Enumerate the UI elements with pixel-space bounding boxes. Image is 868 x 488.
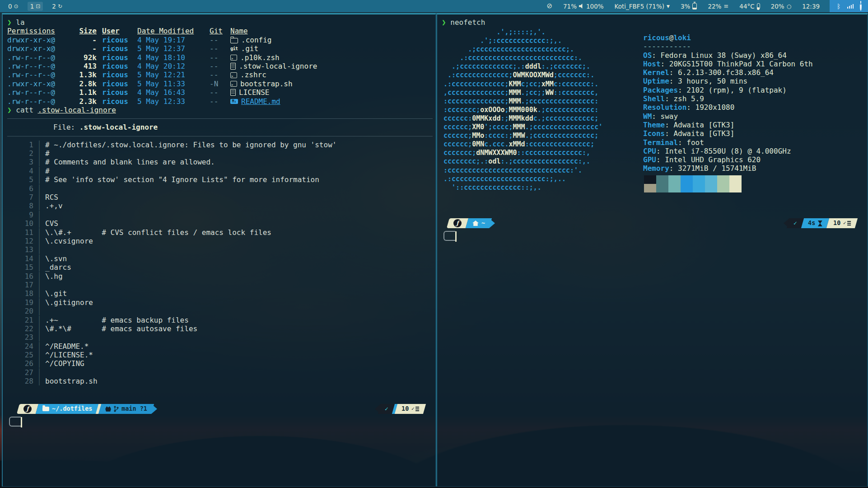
palette-swatch [681,175,693,184]
listing-header-row: PermissionsSizeUserDate ModifiedGitName [7,27,433,35]
status-module-volume[interactable]: 71%100% [563,3,604,10]
cell-user: ricous [102,62,132,70]
terminal-window-left[interactable]: ❯ la PermissionsSizeUserDate ModifiedGit… [2,13,436,487]
ascii-line: cccccc;MMo:cccc:;MMW.;ccccccccccccccc; [443,131,602,140]
line-text [45,368,433,377]
info-separator: : [652,51,660,60]
neofetch-title: ricous@loki [643,33,813,42]
palette-swatch [668,184,681,192]
info-value: Intel UHD Graphics 620 [665,155,761,164]
info-value: Fedora Linux 38 (Sway) x86_64 [661,51,787,60]
status-module-battery[interactable]: 3% [681,3,697,10]
ascii-line: ,cccccccccccccc;MMM.;cc;;WW::cccccccc, [443,89,602,97]
line-text: \#.*\# # emacs autosave files [45,324,433,333]
cell-date: 5 May 12:37 [137,44,204,53]
shell-icon [230,81,237,87]
info-label: OS [643,51,652,60]
status-module-memory[interactable]: 22%≡ [708,3,728,10]
cell-size: 1.1k [76,88,97,97]
todo-list-icon: ✓ [843,219,851,227]
file-line: 2│# [7,149,433,158]
line-text: .+~ # emacs backup files [45,316,433,324]
sway-status-bar: 0⊙1⊡2↻ ⊘71%100%Koti_FBF5 (71%)▼3%22%≡44°… [0,0,868,12]
line-text [45,281,433,289]
file-name: bootstrap.sh [240,80,293,88]
cell-date: 4 May 20:12 [137,62,204,70]
column-header-label: Permissions [7,27,55,35]
line-number: 11 [7,228,33,237]
command-line-la: ❯ la [7,18,433,27]
info-line-gpu: GPU: Intel UHD Graphics 620 [643,155,813,164]
gutter-separator: │ [33,237,45,245]
info-line-memory: Memory: 3271MiB / 15741MiB [643,164,813,173]
line-number: 13 [7,245,33,254]
line-text: \.\#.+ # CVS conflict files / emacs lock… [45,228,433,237]
line-number: 2 [7,149,33,158]
line-text [45,245,433,254]
gutter-separator: │ [33,211,45,219]
status-text: 22% [708,3,721,10]
line-number: 14 [7,254,33,263]
line-text: # See 'info stow' section "4 Ignore List… [45,175,433,184]
info-label: Packages [643,86,678,94]
column-header-label: Git [210,27,223,35]
line-text: \.cvsignore [45,237,433,245]
tray-signal-icon[interactable] [847,3,854,10]
workspace-button-2[interactable]: 2↻ [49,2,65,11]
file-name: README.md [241,97,280,106]
info-label: Icons [643,129,665,138]
cell-name[interactable]: M↓README.md [230,97,433,106]
column-header-label: Size [79,27,97,35]
cell-name: bootstrap.sh [230,80,433,88]
terminal-color-palette [644,175,742,192]
palette-swatch [668,175,681,184]
status-module-idle-inhibitor[interactable]: ⊘ [546,3,552,9]
git-branch: main ?1 [121,404,147,413]
cell-name: .stow-local-ignore [230,62,433,70]
status-text: 3% [681,3,690,10]
battery-icon [692,3,697,9]
workspace-button-1[interactable]: 1⊡ [28,2,43,11]
gutter-separator: │ [33,219,45,228]
cell-git: -N [210,80,225,88]
terminal-cursor[interactable] [21,417,22,427]
prompt-bracket [443,231,455,241]
file-icon [230,89,236,96]
table-row: .rwxr-xr-x@2.8kricous5 May 11:33-Nbootst… [7,80,433,88]
status-module-cpu[interactable]: 20%○ [771,3,792,10]
info-value: 3271MiB / 15741MiB [678,164,756,173]
file-line: 16│\.hg [7,272,433,281]
status-module-clock[interactable]: 12:39 [802,3,820,10]
gutter-separator: │ [33,316,45,324]
line-text: \.gitignore [45,298,433,307]
cell-size: 1.3k [76,70,97,79]
info-separator: : [669,77,678,85]
cell-user: ricous [102,97,132,106]
file-view-lines: 1│# ~./dotfiles/.stow.local.ignore: File… [7,141,433,386]
info-line-resolution: Resolution: 1920x1080 [643,103,813,112]
status-module-temperature[interactable]: 44°C [739,3,760,10]
cell-date: 4 May 16:43 [137,88,204,97]
info-label: Shell [643,94,665,103]
speaker-icon [579,4,584,9]
column-header: User [102,27,132,35]
file-line: 22│\#.*\# # emacs autosave files [7,324,433,333]
ascii-line: .:ccccccccccccc;KMMc;cc;xMMc:ccccccc:. [443,80,602,89]
workspace-number: 1 [30,3,34,10]
cell-permissions: .rw-r--r--@ [7,53,70,62]
workspace-number: 2 [52,3,56,10]
status-module-network[interactable]: Koti_FBF5 (71%)▼ [615,3,670,10]
terminal-cursor[interactable] [455,231,457,242]
table-row: .rw-r--r--@92kricous4 May 18:10--.p10k.z… [7,53,433,62]
tray-power-icon[interactable] [860,3,862,10]
info-separator: : [678,138,686,147]
line-text: ^/LICENSE.* [45,351,433,359]
tray-bluetooth-icon[interactable]: ᛒ [837,3,840,10]
gutter-separator: │ [33,141,45,149]
workspace-button-0[interactable]: 0⊙ [5,2,21,11]
info-value: Intel i7-8550U (8) @ 4.000GHz [665,147,791,155]
line-number: 25 [7,351,33,359]
palette-swatch [705,184,717,192]
terminal-window-right[interactable]: ❯ neofetch .',;::::;,'. .';:cccccccccccc… [436,13,868,487]
info-separator: : [678,86,686,94]
